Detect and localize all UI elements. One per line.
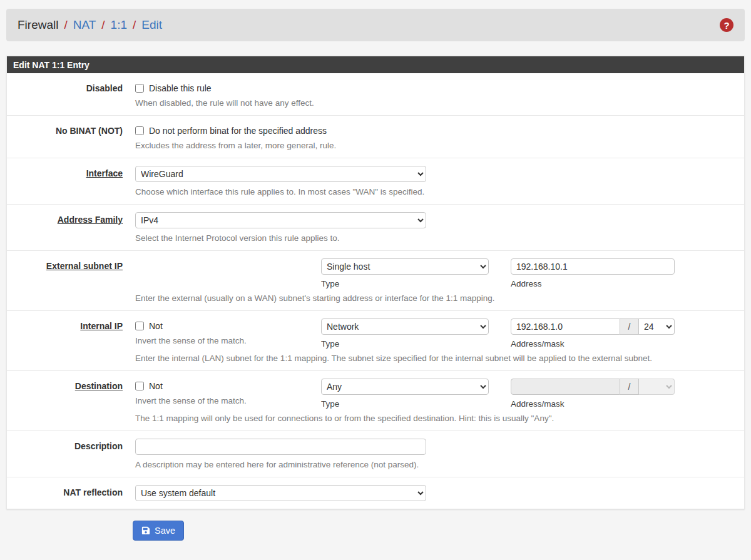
breadcrumb-item-1to1[interactable]: 1:1	[111, 18, 127, 32]
breadcrumb-item-firewall: Firewall	[18, 18, 58, 32]
save-button-label: Save	[155, 526, 175, 536]
description-label: Description	[7, 439, 135, 469]
internal-address-input[interactable]	[511, 318, 620, 335]
internal-not-checkbox[interactable]	[135, 322, 144, 330]
destination-type-select[interactable]: Any	[321, 379, 489, 395]
breadcrumb-item-edit[interactable]: Edit	[141, 18, 162, 32]
destination-not-checkbox-label[interactable]: Not	[149, 381, 163, 391]
row-address-family: Address Family IPv4 Select the Internet …	[7, 205, 744, 251]
internal-ip-label: Internal IP	[7, 318, 135, 363]
external-type-select[interactable]: Single host	[321, 258, 489, 275]
nobinat-help-text: Excludes the address from a later, more …	[135, 141, 735, 150]
interface-label: Interface	[7, 166, 135, 196]
panel-title: Edit NAT 1:1 Entry	[7, 56, 744, 73]
disabled-help-text: When disabled, the rule will not have an…	[135, 98, 735, 108]
nobinat-checkbox[interactable]	[135, 126, 144, 135]
nat-reflection-select[interactable]: Use system default	[135, 485, 426, 501]
row-disabled: Disabled Disable this rule When disabled…	[7, 73, 744, 116]
destination-mask-select	[639, 379, 675, 395]
edit-nat-panel: Edit NAT 1:1 Entry Disabled Disable this…	[6, 56, 745, 509]
external-empty-col	[135, 258, 321, 288]
help-icon[interactable]: ?	[720, 18, 733, 32]
destination-not-help-text: Invert the sense of the match.	[135, 396, 321, 405]
disable-rule-checkbox-label[interactable]: Disable this rule	[149, 83, 212, 93]
destination-address-input	[511, 379, 620, 395]
address-mask-separator: /	[620, 379, 639, 395]
internal-type-select[interactable]: Network	[321, 318, 489, 335]
destination-label: Destination	[7, 379, 135, 423]
row-interface: Interface WireGuard Choose which interfa…	[7, 158, 744, 205]
internal-type-sublabel: Type	[321, 339, 489, 349]
breadcrumb-separator: /	[101, 18, 105, 32]
destination-help-text: The 1:1 mapping will only be used for co…	[135, 414, 735, 423]
external-type-sublabel: Type	[321, 279, 489, 288]
breadcrumb: Firewall / NAT / 1:1 / Edit ?	[6, 9, 745, 41]
row-nat-reflection: NAT reflection Use system default	[7, 477, 744, 509]
row-internal-ip: Internal IP Not Invert the sense of the …	[7, 311, 744, 371]
destination-type-sublabel: Type	[321, 399, 489, 409]
external-subnet-label: External subnet IP	[7, 258, 135, 303]
interface-help-text: Choose which interface this rule applies…	[135, 187, 735, 196]
form-actions: Save	[0, 509, 751, 541]
description-input[interactable]	[135, 439, 426, 455]
breadcrumb-separator: /	[133, 18, 136, 32]
internal-not-help-text: Invert the sense of the match.	[135, 336, 321, 345]
internal-mask-select[interactable]: 24	[639, 318, 675, 335]
row-description: Description A description may be entered…	[7, 431, 744, 477]
address-family-help-text: Select the Internet Protocol version thi…	[135, 233, 735, 243]
row-nobinat: No BINAT (NOT) Do not perform binat for …	[7, 116, 744, 158]
description-help-text: A description may be entered here for ad…	[135, 460, 735, 469]
nobinat-checkbox-label[interactable]: Do not perform binat for the specified a…	[149, 126, 327, 136]
save-button[interactable]: Save	[133, 521, 184, 541]
save-icon	[141, 526, 150, 535]
internal-help-text: Enter the internal (LAN) subnet for the …	[135, 354, 735, 363]
disabled-label: Disabled	[7, 81, 135, 108]
address-mask-separator: /	[620, 318, 639, 335]
destination-address-sublabel: Address/mask	[511, 399, 675, 409]
interface-select[interactable]: WireGuard	[135, 166, 426, 182]
nobinat-label: No BINAT (NOT)	[7, 123, 135, 150]
internal-not-checkbox-label[interactable]: Not	[149, 321, 163, 331]
breadcrumb-separator: /	[64, 18, 67, 32]
breadcrumb-item-nat[interactable]: NAT	[73, 18, 96, 32]
row-destination: Destination Not Invert the sense of the …	[7, 371, 744, 431]
disable-rule-checkbox[interactable]	[135, 84, 144, 93]
nat-reflection-label: NAT reflection	[7, 485, 135, 501]
destination-not-checkbox[interactable]	[135, 382, 144, 390]
external-address-input[interactable]	[511, 258, 675, 275]
external-address-sublabel: Address	[511, 279, 675, 288]
row-external-subnet: External subnet IP Single host Type Addr…	[7, 251, 744, 311]
internal-address-sublabel: Address/mask	[511, 339, 675, 349]
external-help-text: Enter the external (usually on a WAN) su…	[135, 293, 735, 303]
address-family-select[interactable]: IPv4	[135, 212, 426, 228]
address-family-label: Address Family	[7, 212, 135, 243]
